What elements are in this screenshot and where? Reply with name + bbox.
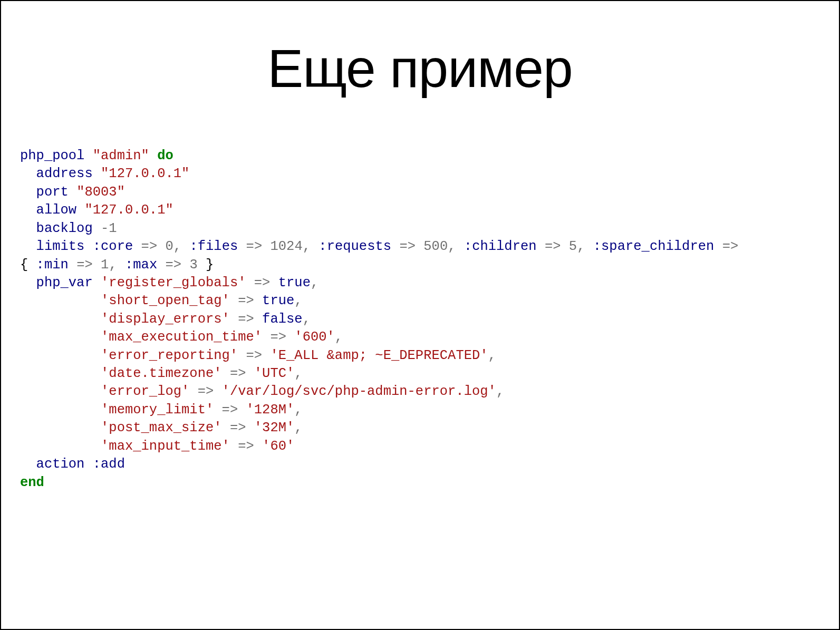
code-token: , (311, 275, 318, 290)
code-token: => (198, 384, 214, 399)
code-token: '32M' (254, 420, 295, 435)
code-token: 1 (101, 257, 109, 273)
code-token: 'display_errors' (101, 312, 230, 327)
code-token: allow (36, 202, 77, 218)
code-token: 3 (189, 257, 197, 273)
code-token: , (294, 293, 302, 308)
code-token: , (303, 239, 311, 254)
code-token: do (157, 148, 173, 163)
code-token: 'register_globals' (101, 275, 246, 290)
code-token: -1 (101, 221, 117, 236)
code-token: 'memory_limit' (101, 402, 214, 418)
code-token: true (262, 293, 294, 308)
code-token: , (448, 239, 456, 254)
code-token: :spare_children (593, 239, 715, 254)
code-token: address (36, 166, 93, 181)
code-token: backlog (36, 221, 93, 236)
code-token: 'error_log' (101, 384, 189, 399)
code-token: :core (93, 239, 133, 254)
code-token: => (238, 439, 254, 454)
code-token: 'short_open_tag' (101, 293, 230, 308)
code-token: 500 (423, 239, 448, 254)
code-token: , (294, 366, 302, 381)
code-token: '60' (262, 439, 294, 454)
code-token: 'post_max_size' (101, 420, 222, 435)
code-token: => (76, 257, 93, 273)
code-token: 0 (166, 239, 173, 254)
code-token: "8003" (76, 185, 125, 200)
code-token: '128M' (246, 402, 295, 418)
code-token: => (270, 329, 286, 345)
code-token: => (230, 366, 246, 381)
code-token: :requests (318, 239, 391, 254)
code-token: => (230, 420, 246, 435)
code-token: "127.0.0.1" (84, 202, 173, 218)
code-token: => (722, 239, 739, 254)
code-token: '600' (294, 329, 335, 345)
code-token: => (166, 257, 182, 273)
code-token: => (545, 239, 561, 254)
code-token: end (20, 475, 44, 490)
code-token: limits (36, 239, 85, 254)
code-token: php_var (36, 275, 93, 290)
code-token: => (238, 312, 254, 327)
code-token: , (303, 312, 311, 327)
code-token: , (496, 384, 504, 399)
code-token: 'max_input_time' (101, 439, 230, 454)
code-token: => (246, 239, 263, 254)
code-token: 'error_reporting' (101, 348, 238, 363)
code-token: :max (125, 257, 157, 273)
code-token: port (36, 185, 69, 200)
code-token: 1024 (271, 239, 303, 254)
code-token: , (109, 257, 117, 273)
code-token: :children (464, 239, 537, 254)
code-token: , (173, 239, 181, 254)
code-block: php_pool "admin" do address "127.0.0.1" … (17, 147, 823, 492)
code-token: 5 (569, 239, 577, 254)
code-token: => (238, 293, 254, 308)
code-token: "admin" (93, 148, 149, 163)
code-token: , (488, 348, 496, 363)
code-token: , (294, 420, 302, 435)
slide: Еще пример php_pool "admin" do address "… (1, 1, 839, 629)
code-token: 'UTC' (254, 366, 295, 381)
code-token: , (335, 329, 343, 345)
code-token: :add (93, 457, 125, 472)
code-token: => (399, 239, 416, 254)
code-token: true (278, 275, 311, 290)
code-token: "127.0.0.1" (101, 166, 189, 181)
slide-title: Еще пример (17, 38, 823, 100)
code-token: , (577, 239, 585, 254)
code-token: 'max_execution_time' (101, 329, 262, 345)
code-token: php_pool (20, 148, 84, 163)
code-token: 'date.timezone' (101, 366, 222, 381)
code-token: => (246, 348, 263, 363)
code-token: , (294, 402, 302, 418)
code-token: => (222, 402, 238, 418)
code-token: :min (36, 257, 69, 273)
code-token: :files (189, 239, 238, 254)
code-token: => (254, 275, 271, 290)
code-token: action (36, 457, 85, 472)
code-token: 'E_ALL &amp; ~E_DEPRECATED' (270, 348, 488, 363)
code-token: '/var/log/svc/php-admin-error.log' (222, 384, 496, 399)
code-token: => (141, 239, 158, 254)
code-token: false (262, 312, 303, 327)
